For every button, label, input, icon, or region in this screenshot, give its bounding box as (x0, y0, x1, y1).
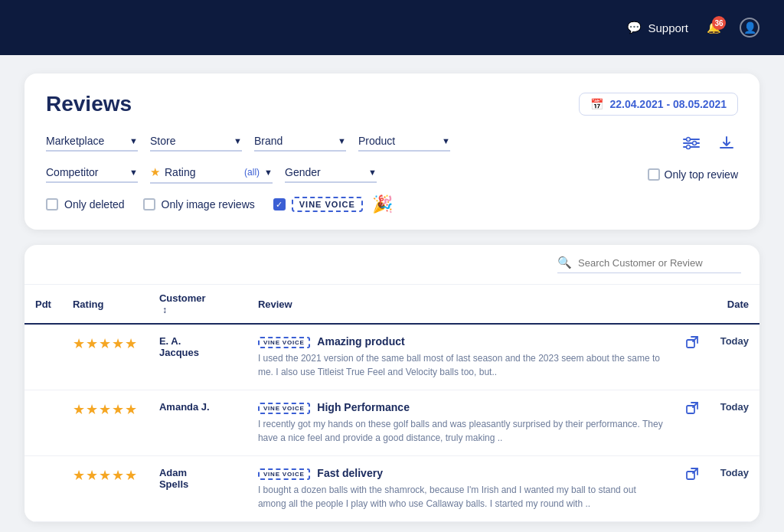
competitor-label: Competitor (46, 166, 125, 178)
col-product: Pdt (24, 285, 62, 324)
cell-customer-2: Amanda J. (149, 390, 226, 456)
cell-customer-1: E. A. Jacques (149, 324, 226, 390)
table-row: ★★★★★ Adam Spells VINE VOICE Fast delive… (24, 456, 760, 522)
product-label: Product (358, 135, 437, 147)
only-image-reviews-checkbox-item[interactable]: Only image reviews (143, 198, 255, 211)
rating-all-label: (all) (244, 167, 260, 178)
cell-date-3: Today (710, 456, 760, 522)
main-content: Reviews 📅 22.04.2021 - 08.05.2021 Market… (0, 55, 784, 532)
profile-button[interactable]: 👤 (740, 18, 760, 38)
vine-voice-filter-item[interactable]: ✓ VINE VOICE 🎉 (273, 194, 393, 214)
top-navigation: 💬 Support 🔔 36 👤 (0, 0, 784, 55)
marketplace-dropdown[interactable]: Marketplace ▼ (46, 135, 138, 152)
rating-dropdown[interactable]: ★ Rating (all) ▼ (150, 165, 273, 184)
chevron-down-icon: ▼ (338, 136, 346, 145)
col-spacer (226, 285, 247, 324)
cell-link-2[interactable] (675, 390, 710, 456)
checkbox-filter-row: Only deleted Only image reviews ✓ VINE V… (46, 194, 738, 214)
only-top-review-wrapper[interactable]: Only top review (648, 168, 738, 181)
cell-spacer-2 (226, 390, 247, 456)
col-link (675, 285, 710, 324)
gender-dropdown[interactable]: Gender ▼ (285, 166, 377, 183)
cell-date-2: Today (710, 390, 760, 456)
external-link-icon[interactable] (685, 403, 699, 418)
chevron-down-icon: ▼ (129, 136, 138, 145)
brand-dropdown[interactable]: Brand ▼ (254, 135, 346, 152)
search-input-wrap[interactable]: 🔍 (557, 256, 741, 273)
col-rating: Rating (62, 285, 149, 324)
svg-point-3 (687, 138, 691, 142)
notifications-button[interactable]: 🔔 36 (707, 21, 721, 34)
product-dropdown[interactable]: Product ▼ (358, 135, 450, 152)
results-card: 🔍 Pdt Rating Customer ↕ Review Date (24, 245, 760, 522)
support-button[interactable]: 💬 Support (627, 21, 688, 34)
profile-icon: 👤 (743, 21, 756, 34)
only-deleted-label: Only deleted (64, 198, 125, 211)
external-link-icon[interactable] (685, 337, 699, 352)
confetti-icon: 🎉 (372, 194, 393, 214)
cell-link-1[interactable] (675, 324, 710, 390)
support-label: Support (648, 21, 688, 34)
filters-header: Reviews 📅 22.04.2021 - 08.05.2021 (46, 92, 738, 116)
brand-label: Brand (254, 135, 333, 147)
cell-rating-1: ★★★★★ (62, 324, 149, 390)
only-deleted-checkbox[interactable] (46, 198, 58, 211)
cell-review-3: VINE VOICE Fast delivery I bought a doze… (247, 456, 675, 522)
only-top-review-label: Only top review (665, 168, 738, 181)
search-row: 🔍 (24, 245, 760, 285)
vine-voice-badge: VINE VOICE (292, 197, 363, 212)
only-deleted-checkbox-item[interactable]: Only deleted (46, 198, 125, 211)
cell-spacer-1 (226, 324, 247, 390)
profile-avatar: 👤 (740, 18, 760, 38)
svg-point-5 (687, 145, 691, 149)
vine-voice-checkbox[interactable]: ✓ (273, 198, 286, 211)
cell-link-3[interactable] (675, 456, 710, 522)
calendar-icon: 📅 (590, 98, 603, 110)
vine-badge-2: VINE VOICE (258, 403, 310, 414)
notification-badge: 36 (712, 16, 726, 30)
rating-label: Rating (165, 166, 237, 178)
page-title: Reviews (46, 92, 132, 116)
cell-rating-2: ★★★★★ (62, 390, 149, 456)
table-row: ★★★★★ E. A. Jacques VINE VOICE Amazing p… (24, 324, 760, 390)
filter-row-2: Competitor ▼ ★ Rating (all) ▼ Gender ▼ O… (46, 165, 738, 184)
chevron-down-icon: ▼ (442, 136, 450, 145)
date-range-picker[interactable]: 📅 22.04.2021 - 08.05.2021 (579, 93, 738, 116)
store-dropdown[interactable]: Store ▼ (150, 135, 242, 152)
cell-product-1 (24, 324, 62, 390)
cell-rating-3: ★★★★★ (62, 456, 149, 522)
search-input[interactable] (578, 257, 731, 269)
col-review: Review (247, 285, 675, 324)
chevron-down-icon: ▼ (264, 168, 273, 177)
vine-badge-1: VINE VOICE (258, 337, 310, 348)
filters-advanced-icon[interactable] (680, 133, 703, 153)
date-range-label: 22.04.2021 - 08.05.2021 (609, 98, 727, 110)
competitor-dropdown[interactable]: Competitor ▼ (46, 166, 138, 183)
only-image-reviews-checkbox[interactable] (143, 198, 155, 211)
table-header-row: Pdt Rating Customer ↕ Review Date (24, 285, 760, 324)
table-row: ★★★★★ Amanda J. VINE VOICE High Performa… (24, 390, 760, 456)
marketplace-label: Marketplace (46, 135, 125, 147)
search-icon: 🔍 (557, 256, 572, 269)
only-image-reviews-label: Only image reviews (162, 198, 255, 211)
chevron-down-icon: ▼ (234, 136, 242, 145)
external-link-icon[interactable] (685, 468, 699, 484)
cell-review-1: VINE VOICE Amazing product I used the 20… (247, 324, 675, 390)
col-date: Date (710, 285, 760, 324)
download-icon[interactable] (715, 132, 738, 155)
store-label: Store (150, 135, 229, 147)
chevron-down-icon: ▼ (368, 168, 377, 177)
vine-badge-3: VINE VOICE (258, 468, 310, 480)
support-icon: 💬 (627, 21, 642, 34)
only-top-review-checkbox[interactable] (648, 168, 660, 181)
cell-product-2 (24, 390, 62, 456)
col-customer: Customer ↕ (149, 285, 226, 324)
gender-label: Gender (285, 166, 364, 178)
filter-row-1: Marketplace ▼ Store ▼ Brand ▼ Product ▼ (46, 132, 738, 155)
cell-product-3 (24, 456, 62, 522)
reviews-table: Pdt Rating Customer ↕ Review Date ★★ (24, 285, 760, 522)
cell-customer-3: Adam Spells (149, 456, 226, 522)
cell-date-1: Today (710, 324, 760, 390)
filters-card: Reviews 📅 22.04.2021 - 08.05.2021 Market… (24, 73, 760, 230)
star-icon: ★ (150, 165, 160, 179)
